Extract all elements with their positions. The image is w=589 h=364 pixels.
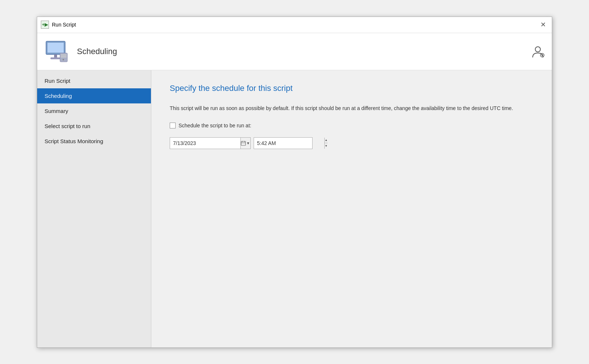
sidebar-item-summary[interactable]: Summary [37,103,151,119]
svg-rect-12 [241,141,246,145]
computer-icon [45,39,70,64]
run-script-icon: +▶ [41,21,49,29]
time-input[interactable] [254,139,324,148]
schedule-row: Schedule the script to be run at: [170,123,533,128]
sidebar-item-script-status[interactable]: Script Status Monitoring [37,134,151,149]
title-bar-left: +▶ Run Script [41,21,76,29]
time-increment-button[interactable]: ▲ [325,138,328,144]
body-area: Run Script Scheduling Summary Select scr… [37,70,552,347]
date-input[interactable] [170,139,240,148]
header-title: Scheduling [77,47,117,56]
time-spinner: ▲ ▼ [324,138,328,149]
sidebar-item-run-script[interactable]: Run Script [37,73,151,88]
calendar-button[interactable] [240,138,246,149]
svg-rect-6 [61,56,67,57]
sidebar-item-scheduling[interactable]: Scheduling [37,88,151,103]
time-field: ▲ ▼ [254,137,313,149]
description-text: This script will be run as soon as possi… [170,104,523,112]
date-field: ▾ [170,137,251,149]
schedule-checkbox[interactable] [170,123,176,128]
schedule-checkbox-label[interactable]: Schedule the script to be run at: [170,123,251,128]
close-button[interactable]: ✕ [538,20,548,30]
dialog-title: Run Script [52,22,76,28]
dialog-window: +▶ Run Script ✕ [37,17,552,348]
date-time-row: ▾ ▲ ▼ [170,137,533,149]
sidebar-item-select-script[interactable]: Select script to run [37,119,151,134]
time-decrement-button[interactable]: ▼ [325,143,328,149]
svg-rect-3 [50,57,61,59]
svg-point-8 [535,47,540,52]
svg-rect-2 [54,54,57,57]
date-dropdown-button[interactable]: ▾ [246,138,250,149]
main-content: Specify the schedule for this script Thi… [151,70,552,347]
svg-rect-1 [47,43,64,53]
header-area: Scheduling [37,33,552,70]
header-left: Scheduling [45,39,117,64]
sidebar: Run Script Scheduling Summary Select scr… [37,70,151,347]
user-icon [531,45,544,58]
svg-rect-5 [61,54,67,56]
section-title: Specify the schedule for this script [170,84,533,93]
svg-point-7 [63,59,64,60]
title-bar: +▶ Run Script ✕ [37,17,552,33]
